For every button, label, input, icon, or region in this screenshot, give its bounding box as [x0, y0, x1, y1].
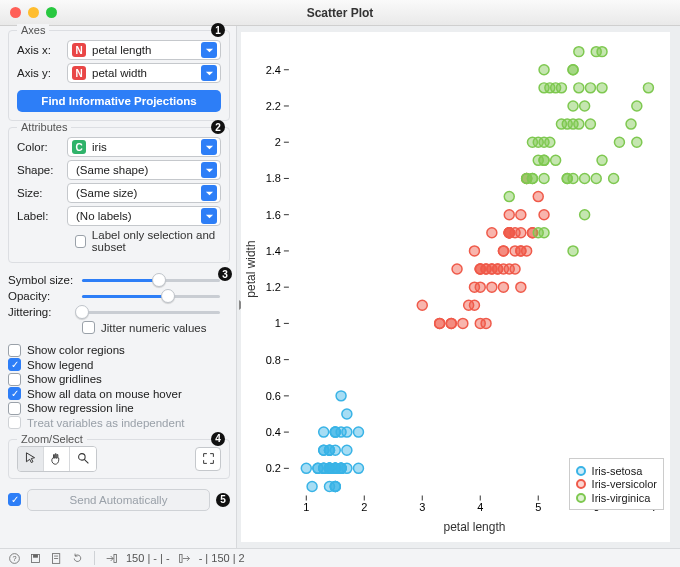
svg-point-105	[481, 318, 491, 328]
find-projections-button[interactable]: Find Informative Projections	[17, 90, 221, 112]
help-badge-4: 4	[211, 432, 225, 446]
help-badge-5: 5	[216, 493, 230, 507]
svg-point-146	[580, 173, 590, 183]
svg-point-123	[504, 210, 514, 220]
svg-point-152	[539, 65, 549, 75]
pointer-tool-button[interactable]	[18, 447, 44, 471]
show-gridlines-checkbox[interactable]	[8, 373, 21, 386]
opacity-label: Opacity:	[8, 290, 74, 302]
show-hover-text: Show all data on mouse hover	[27, 388, 182, 400]
svg-point-121	[539, 210, 549, 220]
svg-point-159	[527, 137, 537, 147]
opacity-slider[interactable]	[82, 289, 220, 303]
numeric-icon: N	[72, 43, 86, 57]
color-combo[interactable]: C iris	[67, 137, 221, 157]
close-window-button[interactable]	[10, 7, 21, 18]
window-title: Scatter Plot	[0, 6, 680, 20]
show-legend-checkbox[interactable]	[8, 358, 21, 371]
svg-text:5: 5	[535, 501, 541, 513]
svg-point-58	[342, 445, 352, 455]
attributes-group: Attributes 2 Color: C iris Shape: (Same …	[8, 127, 230, 263]
zoom-tool-button[interactable]	[70, 447, 96, 471]
chevron-down-icon	[201, 139, 217, 155]
svg-text:1: 1	[303, 501, 309, 513]
svg-text:2.4: 2.4	[266, 64, 281, 76]
svg-point-136	[417, 300, 427, 310]
svg-text:4: 4	[477, 501, 483, 513]
svg-text:?: ?	[12, 553, 16, 562]
zoom-group-title: Zoom/Select	[17, 433, 87, 445]
size-label: Size:	[17, 187, 61, 199]
svg-point-166	[568, 119, 578, 129]
attributes-group-title: Attributes	[17, 121, 71, 133]
svg-point-113	[498, 246, 508, 256]
svg-point-147	[597, 47, 607, 57]
svg-point-185	[545, 137, 555, 147]
size-value: (Same size)	[72, 187, 195, 199]
send-auto-checkbox[interactable]	[8, 493, 21, 506]
svg-point-131	[435, 318, 445, 328]
shape-combo[interactable]: (Same shape)	[67, 160, 221, 180]
svg-rect-197	[114, 554, 116, 562]
axis-x-combo[interactable]: N petal length	[67, 40, 221, 60]
show-regression-checkbox[interactable]	[8, 402, 21, 415]
svg-point-182	[574, 47, 584, 57]
help-icon[interactable]: ?	[8, 552, 21, 565]
reset-icon[interactable]	[71, 552, 84, 565]
report-icon[interactable]	[50, 552, 63, 565]
pointlabel-combo[interactable]: (No labels)	[67, 206, 221, 226]
svg-point-133	[487, 282, 497, 292]
titlebar: Scatter Plot	[0, 0, 680, 26]
svg-point-130	[475, 282, 485, 292]
label-only-selection-checkbox[interactable]	[75, 235, 86, 248]
chevron-down-icon	[201, 162, 217, 178]
chevron-down-icon	[201, 65, 217, 81]
svg-point-176	[522, 173, 532, 183]
jitter-numeric-checkbox[interactable]	[82, 321, 95, 334]
symbol-size-slider[interactable]	[82, 273, 220, 287]
svg-text:0.2: 0.2	[266, 462, 281, 474]
svg-point-62	[301, 463, 311, 473]
jittering-slider[interactable]	[82, 305, 220, 319]
svg-rect-198	[179, 554, 181, 562]
svg-point-160	[632, 137, 642, 147]
help-badge-1: 1	[211, 23, 225, 37]
status-output-text: - | 150 | 2	[199, 552, 245, 564]
svg-point-145	[609, 173, 619, 183]
axes-group-title: Axes	[17, 24, 49, 36]
pan-tool-button[interactable]	[44, 447, 70, 471]
save-icon[interactable]	[29, 552, 42, 565]
svg-point-53	[307, 481, 317, 491]
axis-x-label: Axis x:	[17, 44, 61, 56]
svg-point-173	[597, 83, 607, 93]
axis-y-combo[interactable]: N petal width	[67, 63, 221, 83]
zoom-select-group: Zoom/Select 4	[8, 439, 230, 479]
statusbar: ? 150 | - | - - | 150 | 2	[0, 548, 680, 567]
svg-point-102	[452, 264, 462, 274]
help-badge-2: 2	[211, 120, 225, 134]
svg-text:1.2: 1.2	[266, 281, 281, 293]
help-badge-3: 3	[218, 267, 232, 281]
svg-point-156	[643, 83, 653, 93]
svg-point-0	[78, 454, 85, 461]
shape-value: (Same shape)	[72, 164, 195, 176]
status-input-text: 150 | - | -	[126, 552, 170, 564]
reset-zoom-button[interactable]	[195, 447, 221, 471]
svg-point-124	[516, 228, 526, 238]
svg-point-168	[597, 155, 607, 165]
svg-point-71	[330, 427, 340, 437]
send-auto-button[interactable]: Send Automatically	[27, 489, 210, 511]
svg-point-82	[353, 427, 363, 437]
show-color-regions-checkbox[interactable]	[8, 344, 21, 357]
size-combo[interactable]: (Same size)	[67, 183, 221, 203]
svg-text:2.2: 2.2	[266, 100, 281, 112]
minimize-window-button[interactable]	[28, 7, 39, 18]
color-value: iris	[92, 141, 195, 153]
zoom-window-button[interactable]	[46, 7, 57, 18]
chart-area[interactable]: 12345670.20.40.60.811.21.41.61.822.22.4p…	[241, 32, 670, 542]
show-hover-checkbox[interactable]	[8, 387, 21, 400]
show-regression-text: Show regression line	[27, 402, 134, 414]
jitter-numeric-text: Jitter numeric values	[101, 322, 206, 334]
svg-line-1	[84, 459, 88, 463]
legend-box: Iris-setosaIris-versicolorIris-virginica	[569, 458, 664, 510]
